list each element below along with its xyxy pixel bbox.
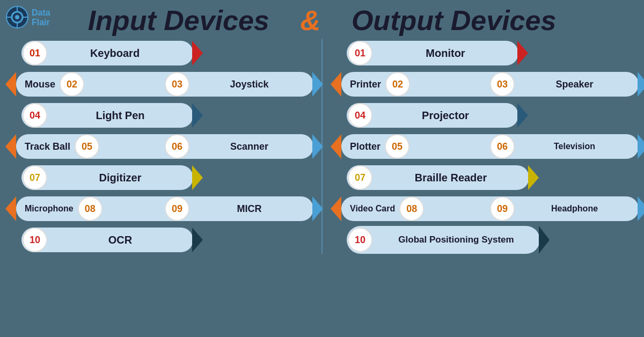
videocard-num: 08 bbox=[399, 196, 424, 221]
printer-label: Printer bbox=[341, 79, 385, 90]
lightpen-arrow bbox=[192, 103, 203, 128]
monitor-arrow bbox=[517, 41, 528, 65]
projector-label: Projector bbox=[372, 109, 518, 122]
keyboard-pill: 01 Keyboard bbox=[21, 41, 193, 65]
output-row-2: Printer 02 03 Speaker bbox=[331, 70, 639, 98]
micr-arrow bbox=[312, 196, 323, 221]
plotter-label: Plotter bbox=[341, 141, 385, 152]
output-row-1: 01 Monitor bbox=[331, 39, 639, 67]
monitor-label: Monitor bbox=[372, 47, 518, 60]
input-title: Input Devices bbox=[88, 5, 269, 36]
digitizer-label: Digitizer bbox=[47, 172, 193, 184]
joystick-num: 03 bbox=[165, 72, 189, 97]
braille-arrow bbox=[528, 165, 539, 190]
logo-data-label: Data bbox=[32, 8, 50, 18]
videocard-label: Video Card bbox=[341, 204, 399, 214]
input-row-5: 07 Digitizer bbox=[5, 164, 313, 192]
ocr-arrow bbox=[192, 228, 203, 252]
speaker-arrow bbox=[638, 72, 644, 97]
television-arrow bbox=[638, 134, 644, 159]
ocr-pill: 10 OCR bbox=[21, 228, 193, 252]
output-row-3: 04 Projector bbox=[331, 101, 639, 129]
output-row-4: Plotter 05 06 Television bbox=[331, 133, 639, 160]
output-row-5: 07 Braille Reader bbox=[331, 164, 639, 192]
scanner-arrow bbox=[312, 134, 323, 159]
television-label: Television bbox=[515, 142, 639, 151]
television-num: 06 bbox=[490, 134, 515, 159]
braille-label: Braille Reader bbox=[372, 172, 529, 184]
header-title: Input Devices & Output Devices bbox=[88, 5, 557, 36]
ampersand: & bbox=[301, 5, 321, 36]
page-header: Input Devices & Output Devices bbox=[0, 0, 644, 36]
projector-arrow bbox=[517, 103, 528, 128]
digitizer-pill: 07 Digitizer bbox=[21, 165, 193, 190]
ocr-label: OCR bbox=[47, 234, 193, 246]
monitor-pill: 01 Monitor bbox=[347, 41, 518, 65]
printer-pill: Printer 02 bbox=[341, 72, 490, 97]
keyboard-arrow bbox=[192, 41, 203, 65]
videocard-pill: Video Card 08 bbox=[341, 196, 490, 221]
trackball-num: 05 bbox=[75, 134, 99, 159]
output-row-7: 10 Global Positioning System bbox=[331, 226, 639, 254]
gps-label: Global Positioning System bbox=[372, 235, 540, 245]
output-row-6: Video Card 08 09 Headphone bbox=[331, 195, 639, 223]
gps-arrow bbox=[539, 226, 550, 254]
input-row-1: 01 Keyboard bbox=[5, 39, 313, 67]
mouse-num: 02 bbox=[60, 72, 84, 97]
trackball-pill: Track Ball 05 bbox=[16, 134, 165, 159]
trackball-label: Track Ball bbox=[16, 141, 75, 152]
input-row-6: Microphone 08 09 MICR bbox=[5, 195, 313, 223]
keyboard-num: 01 bbox=[23, 41, 47, 65]
plotter-num: 05 bbox=[385, 134, 409, 159]
headphone-arrow bbox=[638, 196, 644, 221]
headphone-label: Headphone bbox=[515, 204, 639, 214]
input-row-4: Track Ball 05 06 Scanner bbox=[5, 133, 313, 160]
gps-num: 10 bbox=[348, 228, 372, 252]
braille-pill: 07 Braille Reader bbox=[347, 165, 529, 190]
plotter-pill: Plotter 05 bbox=[341, 134, 490, 159]
braille-num: 07 bbox=[348, 165, 372, 190]
joystick-label: Joystick bbox=[189, 79, 313, 90]
headphone-pill: 09 Headphone bbox=[490, 196, 639, 221]
scanner-pill: 06 Scanner bbox=[165, 134, 313, 159]
input-row-2: Mouse 02 03 Joystick bbox=[5, 70, 313, 98]
joystick-arrow bbox=[312, 72, 323, 97]
output-title: Output Devices bbox=[352, 5, 556, 36]
speaker-pill: 03 Speaker bbox=[490, 72, 639, 97]
scanner-num: 06 bbox=[165, 134, 189, 159]
television-pill: 06 Television bbox=[490, 134, 639, 159]
microphone-pill: Microphone 08 bbox=[16, 196, 165, 221]
scanner-label: Scanner bbox=[189, 141, 313, 152]
speaker-num: 03 bbox=[490, 72, 515, 97]
microphone-num: 08 bbox=[78, 196, 103, 221]
digitizer-arrow bbox=[192, 165, 203, 190]
logo: Data Flair bbox=[5, 5, 50, 30]
logo-flair-label: Flair bbox=[32, 18, 50, 27]
micr-num: 09 bbox=[165, 196, 189, 221]
mouse-label: Mouse bbox=[16, 79, 60, 90]
speaker-label: Speaker bbox=[515, 79, 639, 90]
logo-text: Data Flair bbox=[32, 8, 50, 27]
lightpen-label: Light Pen bbox=[47, 109, 193, 122]
input-row-7: 10 OCR bbox=[5, 226, 313, 254]
main-content: 01 Keyboard Mouse 02 03 Joystick bbox=[0, 39, 644, 254]
projector-num: 04 bbox=[348, 103, 372, 128]
printer-num: 02 bbox=[385, 72, 410, 97]
joystick-pill: 03 Joystick bbox=[165, 72, 313, 97]
lightpen-pill: 04 Light Pen bbox=[21, 103, 193, 128]
lightpen-num: 04 bbox=[23, 103, 47, 128]
digitizer-num: 07 bbox=[23, 165, 47, 190]
input-column: 01 Keyboard Mouse 02 03 Joystick bbox=[5, 39, 313, 254]
logo-icon bbox=[5, 5, 30, 30]
monitor-num: 01 bbox=[348, 41, 372, 65]
headphone-num: 09 bbox=[490, 196, 515, 221]
mouse-pill: Mouse 02 bbox=[16, 72, 165, 97]
micr-pill: 09 MICR bbox=[165, 196, 313, 221]
microphone-label: Microphone bbox=[16, 204, 78, 214]
input-row-3: 04 Light Pen bbox=[5, 101, 313, 129]
ocr-num: 10 bbox=[23, 228, 47, 252]
keyboard-label: Keyboard bbox=[47, 47, 182, 60]
gps-pill: 10 Global Positioning System bbox=[347, 226, 540, 254]
micr-label: MICR bbox=[189, 203, 313, 215]
svg-point-2 bbox=[15, 15, 19, 19]
